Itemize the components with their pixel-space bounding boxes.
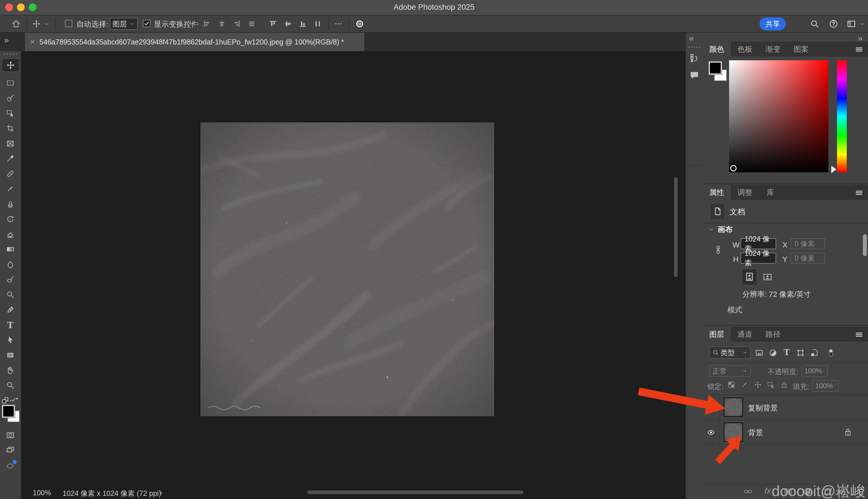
history-brush-tool[interactable] (2, 212, 19, 226)
tab-channels[interactable]: 通道 (731, 327, 759, 342)
distribute-vertical-icon[interactable] (313, 20, 322, 28)
hue-slider[interactable] (837, 60, 847, 172)
hand-tool[interactable] (2, 364, 19, 377)
chevron-down-icon[interactable] (44, 21, 49, 27)
move-tool[interactable] (2, 59, 19, 72)
clone-stamp-tool[interactable] (2, 197, 19, 210)
eyedropper-tool[interactable] (2, 152, 19, 165)
distribute-horizontal-icon[interactable] (247, 20, 256, 28)
zoom-tool[interactable] (2, 379, 19, 392)
w-input[interactable]: 1024 像素 (741, 238, 776, 249)
tab-overflow-chevrons[interactable]: » (4, 35, 7, 45)
show-transform-checkbox[interactable] (143, 20, 150, 27)
home-icon[interactable] (12, 19, 21, 28)
tab-gradients[interactable]: 渐变 (759, 41, 787, 57)
layer-filter-dropdown[interactable]: 类型 (709, 346, 751, 359)
dodge-tool[interactable] (2, 288, 19, 301)
layer-thumbnail[interactable] (724, 423, 742, 441)
visibility-cell[interactable] (703, 395, 720, 420)
type-tool[interactable]: T (2, 318, 19, 332)
filter-image-icon[interactable] (755, 349, 764, 357)
link-layers-icon[interactable] (743, 487, 753, 496)
align-left-icon[interactable] (203, 20, 211, 28)
search-icon[interactable] (810, 19, 819, 28)
crop-tool[interactable] (2, 122, 19, 135)
share-button[interactable]: 共享 (759, 17, 786, 31)
pen-tool[interactable] (2, 303, 19, 316)
document-canvas-image[interactable] (200, 122, 494, 416)
orientation-landscape-button[interactable] (761, 271, 774, 283)
canvas-area[interactable]: 100% 1024 像素 x 1024 像素 (72 ppi) › (21, 51, 685, 499)
tab-paths[interactable]: 路径 (759, 327, 787, 342)
mixer-brush-tool[interactable] (2, 273, 19, 286)
filter-smart-object-icon[interactable] (810, 349, 819, 357)
lock-transparent-icon[interactable] (727, 381, 735, 389)
foreground-color-swatch[interactable] (2, 405, 15, 417)
properties-panel-menu-icon[interactable] (855, 188, 864, 197)
align-top-icon[interactable] (269, 20, 277, 28)
more-options-icon[interactable] (334, 20, 343, 28)
orientation-portrait-button[interactable] (742, 269, 757, 285)
document-tab[interactable]: × 546a78953554da35abcd607ae293948f47b1f9… (25, 33, 364, 51)
comment-icon[interactable] (689, 70, 699, 81)
link-dimensions-icon[interactable] (714, 243, 723, 257)
history-panel-icon[interactable] (689, 53, 699, 63)
screen-mode-icon[interactable] (6, 445, 15, 454)
color-field[interactable] (729, 60, 828, 172)
filter-adjustment-icon[interactable] (769, 349, 777, 357)
swap-colors-icon[interactable] (12, 396, 20, 404)
default-colors-icon[interactable] (1, 396, 10, 405)
lock-position-icon[interactable] (754, 381, 762, 389)
layer-row[interactable]: 复制背景 (703, 395, 868, 420)
dock-grip[interactable] (688, 47, 700, 48)
align-bottom-icon[interactable] (298, 20, 307, 28)
shape-tool[interactable] (2, 349, 19, 362)
hue-slider-pointer[interactable] (831, 166, 836, 173)
help-icon[interactable] (829, 19, 838, 28)
filter-toggle-icon[interactable] (826, 348, 836, 358)
tab-swatches[interactable]: 色板 (731, 41, 759, 57)
tab-patterns[interactable]: 图案 (787, 41, 815, 57)
filter-shape-icon[interactable] (796, 349, 805, 357)
quick-mask-icon[interactable] (6, 431, 15, 440)
h-input[interactable]: 1024 像素 (741, 253, 776, 264)
tab-close-icon[interactable]: × (30, 37, 35, 47)
fx-icon[interactable]: fx (765, 486, 771, 496)
properties-scrollbar[interactable] (863, 234, 867, 256)
chevron-down-icon[interactable] (859, 21, 865, 27)
frame-tool[interactable] (2, 137, 19, 150)
foreground-color-swatch[interactable] (709, 62, 722, 74)
collapse-chevron-icon[interactable] (708, 226, 714, 233)
layer-name[interactable]: 背景 (748, 428, 763, 438)
blur-tool[interactable] (2, 258, 19, 271)
document-type-button[interactable] (710, 203, 725, 220)
tab-adjustments[interactable]: 调整 (731, 185, 759, 200)
align-right-icon[interactable] (233, 20, 241, 28)
path-selection-tool[interactable] (2, 333, 19, 346)
tab-layers[interactable]: 图层 (703, 327, 731, 342)
align-middle-vertical-icon[interactable] (284, 20, 292, 28)
align-center-horizontal-icon[interactable] (218, 20, 226, 28)
gradient-tool[interactable] (2, 243, 19, 256)
auto-select-dropdown[interactable]: 图层 (110, 18, 138, 30)
statusbar-zoom[interactable]: 100% (33, 489, 51, 497)
layer-thumbnail[interactable] (724, 398, 742, 416)
lock-pixels-icon[interactable] (741, 381, 748, 389)
gear-icon[interactable] (355, 19, 364, 29)
layers-panel-menu-icon[interactable] (855, 330, 864, 339)
color-field-selector[interactable] (730, 165, 736, 171)
lock-artboard-icon[interactable] (767, 381, 775, 389)
tab-libraries[interactable]: 库 (759, 185, 782, 200)
workspace-icon[interactable] (847, 19, 856, 28)
dock-collapse-chevrons[interactable]: « (689, 33, 694, 43)
lasso-tool[interactable] (2, 92, 19, 105)
move-tool-option-icon[interactable] (32, 20, 41, 28)
object-selection-tool[interactable] (2, 107, 19, 120)
eraser-tool[interactable] (2, 228, 19, 241)
brush-tool[interactable] (2, 182, 19, 196)
auto-select-checkbox[interactable] (65, 20, 72, 27)
layer-row[interactable]: 背景 (703, 420, 868, 445)
eye-icon[interactable] (706, 428, 716, 436)
color-panel-menu-icon[interactable] (855, 45, 864, 54)
marquee-tool[interactable] (2, 76, 19, 89)
